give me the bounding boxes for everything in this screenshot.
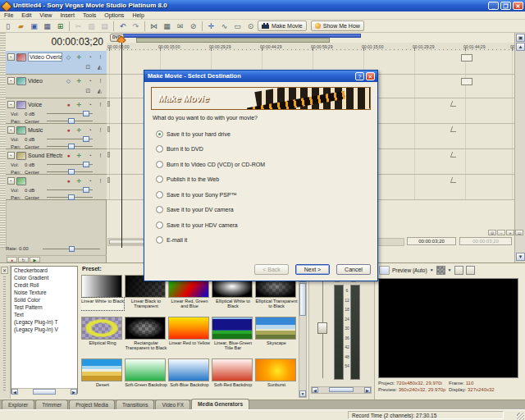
save-snapshot-icon[interactable] (466, 266, 475, 275)
minimize-button[interactable]: _ (488, 2, 499, 10)
solo-icon[interactable]: ! (96, 176, 105, 185)
menu-view[interactable]: View (35, 12, 56, 18)
save-project-icon[interactable]: ▣ (28, 21, 40, 31)
automatic-crossfades-icon[interactable]: ⋈ (148, 21, 160, 31)
slider-handle[interactable] (83, 136, 89, 142)
solo-icon[interactable]: ! (96, 151, 105, 160)
preset-sunburst[interactable]: Sunburst (255, 358, 298, 398)
tab-project-media[interactable]: Project Media (69, 399, 115, 409)
timeline-vertical-scrollbar[interactable]: ▣ ▲ ▼ (514, 33, 525, 262)
generator-item[interactable]: (Legacy Plug-In) T (11, 318, 77, 326)
zoom-selection-button[interactable]: ▭ (515, 230, 523, 235)
cancel-button[interactable]: Cancel (336, 264, 371, 275)
solo-icon[interactable]: ! (96, 100, 105, 109)
project-properties-icon[interactable]: ▦ (41, 21, 53, 31)
scroll-down-arrow[interactable]: ▼ (299, 390, 306, 397)
slider-handle[interactable] (83, 162, 89, 167)
generator-item[interactable]: Solid Color (11, 296, 77, 304)
mute-icon[interactable]: ◔ (85, 151, 94, 160)
track-header-track5[interactable]: ▪●✛◔!Vol:0 dBPan:Center (6, 175, 107, 200)
track-color-swatch[interactable] (16, 77, 26, 85)
generator-item[interactable]: (Legacy Plug-In) V (11, 326, 77, 333)
cut-icon[interactable]: ✂ (72, 21, 84, 31)
vol-row-slider[interactable] (47, 111, 93, 116)
copy-snapshot-icon[interactable] (454, 266, 463, 275)
radio-button-icon[interactable] (156, 161, 163, 168)
audio-event-icon[interactable] (107, 101, 110, 107)
radio-button-icon[interactable] (156, 130, 163, 138)
mute-icon[interactable]: ◔ (85, 176, 94, 185)
envelope-edit-tool-icon[interactable]: ∿ (218, 21, 231, 31)
cursor-time-display[interactable]: 00:00:03;20 (52, 36, 103, 48)
dialog-option-6[interactable]: Save it to your HDV camera (156, 217, 265, 233)
scroll-left-arrow[interactable]: ◀ (11, 389, 18, 395)
dialog-option-0[interactable]: Save it to your hard drive (156, 126, 265, 142)
track-name[interactable]: Video Overlay (28, 52, 62, 62)
track-header-voice[interactable]: ▪Voice●✛◔!Vol:0 dBPan:Center (6, 98, 107, 124)
track-fx-icon[interactable]: ✛ (75, 176, 84, 185)
chevron-down-icon[interactable]: ▼ (448, 267, 452, 272)
dock-handle[interactable] (3, 276, 6, 391)
pan-row-slider[interactable] (47, 194, 93, 200)
dialog-help-button[interactable]: ? (355, 72, 364, 80)
fader-handle[interactable] (317, 322, 327, 334)
audio-event-fade-icon[interactable] (450, 177, 458, 183)
menu-tools[interactable]: Tools (79, 12, 100, 18)
track-motion-icon[interactable]: ◇ (64, 52, 73, 62)
scroll-thumb[interactable] (33, 389, 56, 395)
dialog-option-4[interactable]: Save it to your Sony PSP™ (156, 187, 265, 203)
track-header-video-overlay[interactable]: ▪Video Overlay◇✛◔!⊡◭ (6, 51, 107, 75)
redo-icon[interactable]: ↷ (130, 21, 142, 31)
next-button[interactable]: Next > (295, 264, 330, 275)
normal-edit-tool-icon[interactable]: ✛ (205, 21, 217, 31)
track-motion-icon[interactable]: ◇ (64, 76, 73, 85)
quantize-to-frames-icon[interactable]: ▦ (161, 21, 173, 31)
dialog-option-7[interactable]: E-mail it (156, 233, 265, 249)
selection-edit-tool-icon[interactable]: ▭ (231, 21, 244, 31)
selection-start-box[interactable]: 00:00:03;20 (407, 237, 456, 245)
copy-icon[interactable]: ▥ (85, 21, 98, 31)
scroll-left-arrow[interactable]: ◀ (312, 387, 318, 393)
track-name[interactable]: Video (28, 78, 62, 84)
scroll-thumb[interactable] (299, 283, 306, 316)
pan-row-slider[interactable] (47, 118, 93, 124)
play-button[interactable]: ▶ (30, 257, 40, 262)
selection-end-box[interactable]: 00:00:03;20 (459, 237, 512, 245)
slider-handle[interactable] (83, 187, 89, 193)
dock-close-icon[interactable]: ✕ (1, 267, 8, 274)
tab-video-fx[interactable]: Video FX (155, 399, 190, 409)
scroll-up-arrow[interactable]: ▲ (516, 43, 525, 51)
record-arm-icon[interactable]: ● (64, 151, 73, 160)
preset-grid-scrollbar[interactable]: ▲ ▼ (299, 275, 307, 398)
vol-row-slider[interactable] (47, 162, 93, 167)
clip-event-icon[interactable] (461, 78, 472, 85)
ignore-event-grouping-icon[interactable]: ⊘ (187, 21, 199, 31)
vol-row-slider[interactable] (47, 187, 93, 193)
zoom-edit-tool-icon[interactable]: ⊙ (244, 21, 257, 31)
bypass-motion-blur-icon[interactable]: ⊡ (84, 86, 93, 95)
preset-linear-blue-green-title-bar[interactable]: Linear, Blue-Green Title Bar (212, 317, 254, 358)
track-color-swatch[interactable] (16, 152, 26, 160)
audio-event-fade-icon[interactable] (450, 101, 458, 107)
paste-icon[interactable]: ▤ (98, 21, 111, 31)
track-fx-icon[interactable]: ✛ (75, 76, 84, 85)
tab-explorer[interactable]: Explorer (2, 399, 34, 409)
preset-soft-green-backdrop[interactable]: Soft-Green Backdrop (125, 358, 167, 398)
dialog-option-3[interactable]: Publish it to the Web (156, 172, 265, 188)
menu-options[interactable]: Options (100, 12, 128, 18)
mixer-scrollbar[interactable]: ◀ ▶ (311, 386, 372, 394)
scroll-thumb[interactable] (329, 387, 354, 392)
mute-icon[interactable]: ◔ (85, 126, 94, 135)
dialog-close-button[interactable]: ✕ (366, 72, 375, 80)
zoom-in-button[interactable]: + (506, 230, 514, 235)
audio-event-icon[interactable] (107, 126, 110, 132)
slider-handle[interactable] (68, 169, 75, 175)
slider-handle[interactable] (68, 144, 75, 149)
track-minimize-icon[interactable]: ▪ (7, 101, 15, 108)
track-minimize-icon[interactable]: ▪ (7, 126, 15, 134)
track-minimize-icon[interactable]: ▪ (7, 77, 15, 84)
rate-slider-handle[interactable] (69, 246, 75, 252)
bypass-motion-blur-icon[interactable]: ⊡ (84, 62, 93, 71)
pan-row-slider[interactable] (47, 169, 93, 175)
preset-elliptical-ring[interactable]: Elliptical Ring (81, 317, 124, 358)
